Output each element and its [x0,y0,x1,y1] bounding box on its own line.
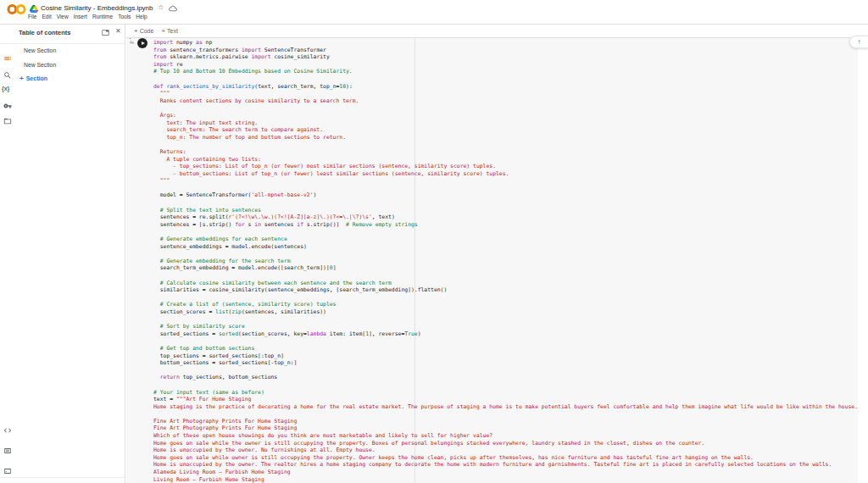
code-line: Args: [153,112,858,119]
code-line: """ [153,90,858,97]
code-line: # Split the text into sentences [153,207,858,214]
table-of-contents-icon[interactable] [3,54,12,63]
menu-file[interactable]: File [28,14,36,19]
code-line: from sentence_transformers import Senten… [153,47,858,54]
code-line: sentences = re.split(r'(?<!\w\.\w.)(?<![… [153,214,858,221]
files-folder-icon[interactable] [3,117,12,125]
code-line: sorted_sections = sorted(section_scores,… [153,330,858,338]
code-line: bottom_sections = sorted_sections[-top_n… [153,359,858,367]
code-line: model = SentenceTransformer('all-mpnet-b… [153,192,858,199]
colab-logo[interactable] [7,3,26,15]
scroll-to-top-button[interactable]: ↑ [849,36,868,48]
menu-runtime[interactable]: Runtime [92,14,113,19]
code-line: Alameda Living Room – Furbish Home Stagi… [153,469,858,476]
open-in-tab-icon[interactable] [102,29,109,36]
code-line: from sklearn.metrics.pairwise import cos… [153,53,858,61]
run-cell-button[interactable] [137,38,147,48]
close-panel-icon[interactable]: ✕ [115,27,121,35]
code-line: Living Room – Furbish Home Staging [153,476,858,483]
code-line: - top_sections: List of top_n (or fewer)… [153,163,858,170]
drive-icon [30,5,38,13]
plus-icon: + [134,27,138,35]
code-line [153,250,858,258]
variables-icon[interactable]: {x} [2,86,9,92]
code-line: Home goes on sale while the owner is sti… [153,440,858,447]
secrets-key-icon[interactable] [3,102,12,110]
code-line: similarities = cosine_similarity(sentenc… [153,286,858,294]
code-line [153,272,858,280]
code-line: # Create a list of (sentence, similarity… [153,301,858,308]
code-line: def rank_sections_by_similarity(text, se… [153,83,858,91]
menu-insert[interactable]: Insert [74,14,87,19]
command-palette-icon[interactable] [3,447,12,455]
code-line: section_scores = list(zip(sentences, sim… [153,308,858,316]
code-line [153,381,858,389]
plus-icon: + [19,75,24,82]
code-line [153,228,858,236]
code-line: search_term_embedding = model.encode([se… [153,264,858,272]
star-icon[interactable]: ☆ [158,3,164,11]
code-line [153,75,858,83]
code-line: return top_sections, bottom_sections [153,374,858,381]
plus-icon: + [161,27,165,35]
code-line [153,337,858,345]
menu-help[interactable]: Help [136,14,147,19]
code-line: # Sort by similarity score [153,323,858,330]
panel-divider [0,43,125,44]
code-line: Ranks content sections by cosine similar… [153,97,858,105]
toc-item-new-section[interactable]: New Section [24,47,56,53]
notebook-scrollbar[interactable] [858,38,868,483]
notebook-title[interactable]: Cosine Similarity - Embeddings.ipynb [41,4,153,12]
add-code-label: Code [140,28,154,34]
code-line: Fine Art Photography Prints For Home Sta… [153,418,858,425]
add-section-button[interactable]: + Section [19,75,47,82]
code-line: # Calculate cosine similarity between ea… [153,280,858,287]
code-content: import numpy as npfrom sentence_transfor… [153,39,858,483]
code-line: Home staging is the practice of decorati… [153,403,858,411]
code-editor[interactable]: import numpy as npfrom sentence_transfor… [153,39,858,483]
menu-edit[interactable]: Edit [42,14,51,19]
code-line: Home goes on sale while owner is still o… [153,454,858,462]
play-icon [142,42,145,45]
search-icon[interactable] [3,71,12,80]
add-section-label: Section [26,75,47,81]
code-line: # Generate embeddings for each sentence [153,236,858,243]
app-header: Cosine Similarity - Embeddings.ipynb ☆ F… [0,0,868,25]
code-line: search_term: The search term to compare … [153,126,858,134]
add-text-label: Text [167,28,178,34]
code-line: top_sections = sorted_sections[:top_n] [153,353,858,360]
code-line: # Top 10 and Bottom 10 Embeddings based … [153,68,858,75]
cloud-save-icon[interactable] [169,5,177,12]
code-line: import re [153,61,858,69]
menubar: File Edit View Insert Runtime Tools Help [28,14,147,19]
code-line: Which of these open house showings do yo… [153,432,858,440]
code-line [153,104,858,112]
code-line: - bottom_sections: List of top_n (or few… [153,170,858,178]
add-text-button[interactable]: + Text [161,27,178,35]
code-line [153,367,858,375]
add-code-button[interactable]: + Code [134,27,153,35]
code-line: sentences = [s.strip() for s in sentence… [153,221,858,229]
code-line: import numpy as np [153,39,858,47]
up-arrow-icon: ↑ [858,39,861,46]
code-snippets-icon[interactable] [3,426,12,435]
menu-view[interactable]: View [57,14,69,19]
code-line: Fine Art Photography Prints For Home Sta… [153,425,858,432]
code-line: A tuple containing two lists: [153,156,858,164]
code-line [153,410,858,418]
code-line [153,294,858,302]
code-line: """ [153,177,858,185]
code-line: Returns: [153,148,858,156]
code-line [153,199,858,207]
code-line: sentence_embeddings = model.encode(sente… [153,243,858,251]
terminal-icon[interactable] [3,467,12,475]
menu-tools[interactable]: Tools [118,14,131,19]
code-line [153,141,858,148]
code-line [153,316,858,324]
sidebar: {x} Table of contents ✕ New Section New … [0,25,125,483]
code-line: Home is unoccupied by the owner. No furn… [153,447,858,454]
code-line [153,185,858,192]
code-line: top_n: The number of top and bottom sect… [153,134,858,142]
toc-item-new-section[interactable]: New Section [24,62,56,68]
code-line: # Your input text (same as before) [153,389,858,397]
